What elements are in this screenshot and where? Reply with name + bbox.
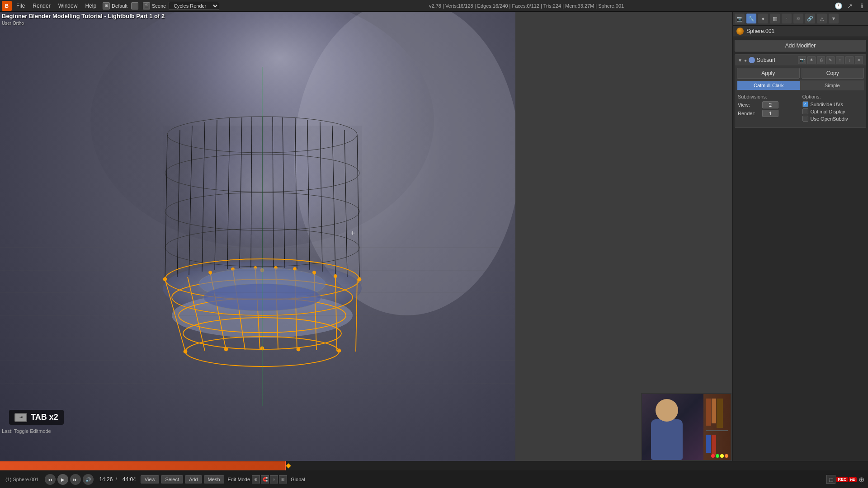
object-info: (1) Sphere.001 [5, 477, 38, 482]
add-modifier-button[interactable]: Add Modifier [735, 40, 866, 52]
modifier-block: ▼ ● Subsurf 📷 👁 ⎙ ✎ ↑ ↓ ✕ Apply Copy Cat… [735, 54, 866, 128]
object-name: Sphere.001 [746, 28, 774, 34]
menu-file[interactable]: File [13, 2, 28, 10]
total-time: 44:04 [123, 476, 136, 483]
bottom-bar: (1) Sphere.001 ⏮ ▶ ⏭ 🔊 14:26 / 44:04 Vie… [0, 461, 868, 488]
object-data-icon[interactable]: △ [817, 14, 827, 23]
catmull-clark-tab[interactable]: Catmull-Clark [737, 80, 801, 90]
svg-point-47 [225, 348, 228, 351]
edit-visibility-btn[interactable]: ✎ [826, 56, 835, 64]
constraints-icon[interactable]: 🔗 [805, 14, 815, 23]
down-arrow-icon[interactable]: ▼ [829, 14, 839, 23]
sphere-icon [736, 28, 744, 35]
rec-badge: REC [836, 477, 848, 482]
workspace-icon: ⊞ [103, 2, 110, 9]
options-section: Options: ✓ Subdivide UVs Optimal Display… [802, 94, 863, 123]
render-value[interactable]: 1 [762, 110, 778, 117]
webcam-lights [711, 454, 728, 458]
bottom-right-icons: ⬚ REC HD ⊕ [826, 475, 864, 484]
timeline-progress [0, 461, 285, 470]
snap-icon[interactable]: 🧲 [261, 475, 269, 483]
add-menu-btn[interactable]: Add [185, 475, 202, 483]
opensubdiv-checkbox[interactable] [802, 116, 808, 122]
status-items: ⊕ 🧲 ○ ⊞ [252, 475, 287, 483]
edit-mode-label: Edit Mode [228, 477, 250, 482]
move-down-btn[interactable]: ↓ [845, 56, 854, 64]
prev-frame-button[interactable]: ⏮ [45, 474, 56, 485]
info-icon: ℹ [857, 1, 866, 10]
cursor-crosshair: + [350, 229, 355, 238]
texture-icon[interactable]: ▦ [770, 14, 780, 23]
wireframe-mesh [0, 12, 515, 461]
view-menu-btn[interactable]: View [141, 475, 160, 483]
viewport[interactable]: Beginner Blender Modelling Tutorial - Li… [0, 12, 515, 461]
keyframe-marker [286, 463, 291, 468]
play-button[interactable]: ▶ [57, 474, 68, 485]
top-bar: B File Render Window Help ⊞ Default 🎬 Sc… [0, 0, 868, 12]
physics-icon[interactable]: ⚛ [793, 14, 803, 23]
top-bar-right: 🕐 ↗ ℹ [834, 1, 866, 10]
wrench-icon[interactable]: 🔧 [746, 14, 756, 23]
optimal-display-label: Optimal Display [811, 109, 845, 114]
svg-point-50 [338, 349, 341, 352]
move-up-btn[interactable]: ↑ [836, 56, 844, 64]
camera-icon[interactable]: 📷 [735, 14, 745, 23]
circle-icon: ● [744, 58, 747, 63]
menu-render[interactable]: Render [29, 2, 54, 10]
playback-controls: (1) Sphere.001 ⏮ ▶ ⏭ 🔊 14:26 / 44:04 Vie… [0, 470, 868, 488]
mesh-menu-btn[interactable]: Mesh [204, 475, 224, 483]
subdivide-uvs-checkbox[interactable]: ✓ [802, 101, 808, 107]
scene-icon: 🎬 [143, 2, 150, 9]
next-frame-button[interactable]: ⏭ [70, 474, 81, 485]
svg-point-46 [184, 350, 187, 353]
optimal-display-checkbox[interactable] [802, 108, 808, 114]
menu-help[interactable]: Help [81, 2, 100, 10]
version-info: v2.78 | Verts:16/128 | Edges:16/240 | Fa… [220, 3, 833, 9]
check-mark: ✓ [803, 102, 807, 107]
volume-button[interactable]: 🔊 [83, 474, 94, 485]
expand-icon[interactable]: ⊕ [859, 475, 864, 484]
collapse-icon[interactable]: ▼ [738, 58, 742, 63]
render-visibility-btn[interactable]: ⎙ [817, 56, 825, 64]
object-name-bar: Sphere.001 [733, 26, 868, 37]
optimal-display-row: Optimal Display [802, 108, 863, 114]
subdivide-uvs-label: Subdivide UVs [811, 102, 843, 107]
select-menu-btn[interactable]: Select [161, 475, 183, 483]
record-controls: ⬚ REC HD [826, 475, 857, 484]
close-workspace-icon[interactable] [131, 2, 138, 9]
hd-badge: HD [849, 477, 857, 482]
webcam-content [642, 394, 731, 460]
right-panel: 📷 🔧 ● ▦ ⋮ ⚛ 🔗 △ ▼ Sphere.001 Add Modifie… [732, 12, 868, 461]
modifier-header: ▼ ● Subsurf 📷 👁 ⎙ ✎ ↑ ↓ ✕ [735, 55, 866, 66]
menu-window[interactable]: Window [55, 2, 81, 10]
options-row: Subdivisions: View: 2 Render: 1 Options: [738, 94, 863, 123]
svg-point-49 [297, 348, 300, 351]
apply-button[interactable]: Apply [737, 68, 800, 79]
copy-button[interactable]: Copy [802, 68, 864, 79]
timeline[interactable] [0, 461, 868, 470]
global-transform-icon[interactable]: ⊕ [252, 475, 260, 483]
proportional-edit-icon[interactable]: ○ [270, 475, 278, 483]
svg-point-51 [209, 271, 212, 274]
last-action-label: Last: Toggle Editmode [2, 428, 51, 434]
view-value[interactable]: 2 [762, 101, 778, 108]
playback-time: 14:26 [99, 476, 113, 483]
particles-icon[interactable]: ⋮ [782, 14, 792, 23]
view-field-row: View: 2 [738, 101, 799, 108]
mirror-icon[interactable]: ⊞ [279, 475, 287, 483]
material-icon[interactable]: ● [758, 14, 768, 23]
render-label: Render: [738, 111, 760, 116]
blender-icon: B [2, 1, 12, 11]
algorithm-tabs: Catmull-Clark Simple [737, 80, 864, 90]
panel-header-icons: 📷 🔧 ● ▦ ⋮ ⚛ 🔗 △ ▼ [733, 12, 868, 26]
clock-icon: 🕐 [834, 1, 843, 10]
camera-visibility-btn[interactable]: 📷 [798, 56, 806, 64]
eye-visibility-btn[interactable]: 👁 [807, 56, 816, 64]
monitor-icon[interactable]: ⬚ [826, 475, 835, 484]
delete-modifier-btn[interactable]: ✕ [855, 56, 863, 64]
render-engine-select[interactable]: Cycles Render Blender Render Blender Gam… [169, 2, 219, 10]
svg-point-43 [164, 278, 167, 281]
viewport-canvas: Beginner Blender Modelling Tutorial - Li… [0, 12, 515, 461]
options-title: Options: [802, 94, 863, 99]
simple-tab[interactable]: Simple [801, 80, 864, 90]
